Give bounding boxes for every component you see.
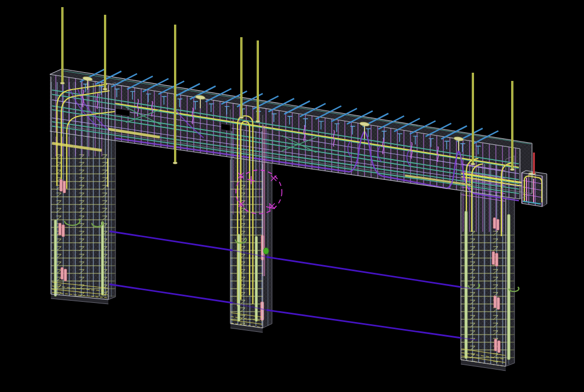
model-viewport[interactable] xyxy=(0,0,584,392)
cad-viewport-background xyxy=(0,0,584,392)
strand-lifting-lines[interactable] xyxy=(109,231,480,340)
